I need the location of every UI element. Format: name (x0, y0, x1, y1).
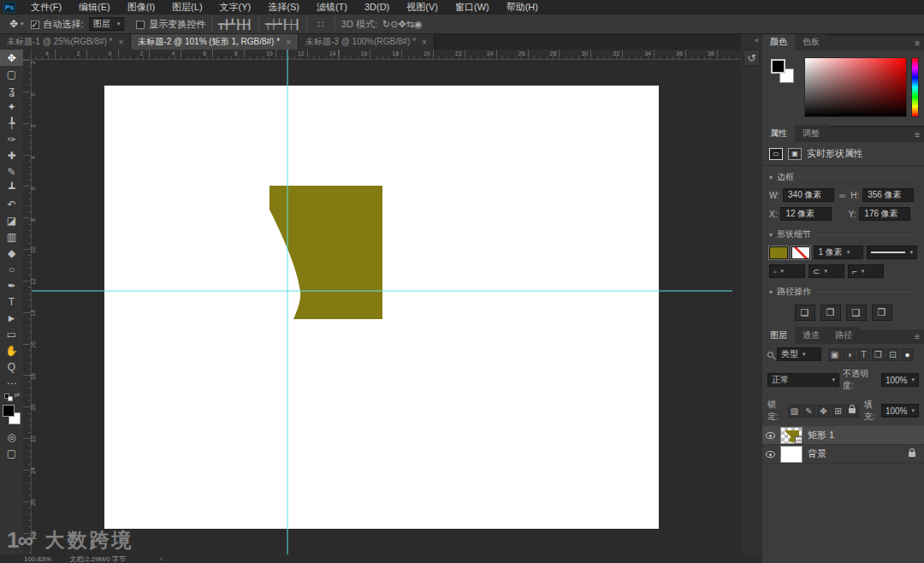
zoom-tool[interactable]: Q (0, 359, 23, 375)
screen-mode-button[interactable]: ▢ (0, 445, 23, 461)
live-shape-properties-icon[interactable]: ▭ (769, 148, 783, 160)
history-panel-icon[interactable]: ↺ (743, 50, 760, 66)
stroke-align-select[interactable]: ▫▾ (769, 264, 805, 278)
canvas-area[interactable]: 4202468101214161820222426283032343638 20… (23, 50, 741, 554)
lock-all-icon[interactable] (846, 405, 859, 418)
3d-scale-icon[interactable]: ◉ (414, 19, 423, 29)
rectangular-marquee-tool[interactable]: ▢ (0, 66, 23, 82)
top-ruler[interactable]: 4202468101214161820222426283032343638 (23, 50, 741, 60)
opacity-field[interactable]: 100% ▾ (881, 373, 919, 387)
filter-smart-objects-icon[interactable]: ⊡ (886, 348, 899, 361)
lock-position-icon[interactable]: ✥ (817, 405, 830, 418)
subtract-front-shape-icon[interactable]: ❐ (820, 305, 841, 321)
close-icon[interactable]: × (119, 38, 124, 47)
tab-channels[interactable]: 通道 (795, 327, 827, 344)
panel-menu-icon[interactable]: ≡ (915, 39, 920, 48)
fill-field[interactable]: 100% ▾ (881, 404, 919, 418)
quick-mask-button[interactable]: ◎ (0, 429, 23, 445)
panel-menu-icon[interactable]: ≡ (915, 332, 920, 341)
brush-tool[interactable]: ✎ (0, 163, 23, 180)
filter-shape-layers-icon[interactable]: ❒ (872, 348, 885, 361)
crop-tool[interactable]: ╄ (0, 115, 23, 131)
filter-adjustment-layers-icon[interactable]: ◑ (843, 348, 856, 361)
auto-align-icon[interactable]: ∷ (313, 19, 329, 30)
section-shape-details[interactable]: ▾ 形状细节 (762, 223, 924, 243)
visibility-eye-icon[interactable] (766, 432, 775, 439)
distribute-bottom-edges-icon[interactable]: ┷ (276, 19, 282, 29)
auto-select-checkbox[interactable]: ✓ (31, 21, 39, 29)
intersect-shapes-icon[interactable]: ❑ (846, 305, 867, 321)
left-ruler[interactable]: 20246810121416182022242628 (23, 60, 32, 554)
foreground-background-colors[interactable] (3, 405, 21, 425)
height-field[interactable]: 356 像素 (862, 188, 914, 202)
lock-artboard-icon[interactable]: ⊞ (832, 405, 844, 418)
zoom-level-field[interactable]: 100.83% (24, 555, 51, 563)
layer-filter-select[interactable]: 类型 ▾ (777, 347, 821, 361)
tab-paths[interactable]: 路径 (827, 327, 860, 344)
tab-layers[interactable]: 图层 (762, 327, 795, 344)
menu-view[interactable]: 视图(V) (398, 0, 447, 15)
doc-tab-1[interactable]: 未标题-1 @ 25%(RGB/8#) *× (0, 34, 131, 50)
hand-tool[interactable]: ✋ (0, 342, 23, 359)
combine-shapes-icon[interactable]: ❏ (795, 305, 815, 321)
tab-color[interactable]: 颜色 (762, 33, 795, 50)
stroke-type-select[interactable]: ▾ (867, 246, 917, 259)
menu-type[interactable]: 文字(Y) (211, 0, 260, 15)
stroke-cap-select[interactable]: ⊂▾ (808, 264, 844, 278)
dodge-tool[interactable]: ○ (0, 261, 23, 277)
color-panel-fg-bg[interactable] (771, 59, 797, 88)
shape-fill-swatch[interactable] (769, 246, 788, 259)
foreground-color-swatch[interactable] (3, 405, 15, 417)
close-icon[interactable]: × (286, 38, 291, 47)
saturation-brightness-field[interactable] (804, 57, 907, 117)
layer-row[interactable]: 背景 (762, 445, 924, 464)
lock-transparency-icon[interactable]: ▨ (788, 405, 801, 418)
y-field[interactable]: 176 像素 (859, 207, 910, 221)
stroke-width-field[interactable]: 1 像素 ▾ (814, 246, 863, 259)
menu-window[interactable]: 窗口(W) (447, 0, 498, 15)
distribute-right-edges-icon[interactable]: ┨ (294, 19, 300, 29)
tab-swatches[interactable]: 色板 (795, 33, 827, 50)
3d-drag-icon[interactable]: ✥ (398, 19, 406, 29)
show-transform-checkbox[interactable] (136, 21, 145, 29)
gradient-tool[interactable]: ▥ (0, 228, 23, 245)
visibility-eye-icon[interactable] (766, 451, 775, 458)
blur-tool[interactable]: ◆ (0, 245, 23, 261)
tab-properties[interactable]: 属性 (762, 125, 795, 142)
menu-help[interactable]: 帮助(H) (498, 0, 547, 15)
shape-stroke-swatch[interactable] (791, 246, 810, 259)
align-right-edges-icon[interactable]: ┫ (246, 19, 252, 29)
doc-tab-2[interactable]: 未标题-2 @ 101% (矩形 1, RGB/8#) *× (131, 34, 299, 50)
3d-slide-icon[interactable]: ⇆ (406, 19, 414, 29)
lock-pixels-icon[interactable]: ✎ (803, 405, 815, 418)
section-path-operations[interactable]: ▾ 路径操作 (762, 281, 924, 300)
layer-row[interactable]: ▭矩形 1 (762, 426, 924, 445)
lasso-tool[interactable]: ʓ (0, 82, 23, 98)
align-top-edges-icon[interactable]: ┳ (218, 19, 224, 29)
collapse-panels-icon[interactable]: « (755, 36, 762, 44)
exclude-overlapping-shapes-icon[interactable]: ❒ (872, 305, 892, 321)
filter-pixel-layers-icon[interactable]: ▣ (828, 348, 841, 361)
path-selection-tool[interactable]: ► (0, 310, 23, 326)
menu-file[interactable]: 文件(F) (22, 0, 70, 15)
doc-tab-3[interactable]: 未标题-3 @ 100%(RGB/8#) *× (299, 34, 435, 50)
spot-healing-brush-tool[interactable]: ✚ (0, 147, 23, 163)
mask-properties-icon[interactable]: ▣ (788, 148, 802, 160)
eyedropper-tool[interactable]: ✑ (0, 131, 23, 147)
panel-menu-icon[interactable]: ≡ (915, 130, 920, 139)
tool-preset-caret-icon[interactable]: ▾ (21, 21, 24, 27)
filter-toggle-icon[interactable]: ● (901, 348, 914, 361)
width-field[interactable]: 340 像素 (783, 188, 834, 202)
move-tool[interactable]: ✥ (0, 50, 23, 66)
auto-select-target-select[interactable]: 图层 ▾ (89, 17, 125, 31)
layer-thumbnail[interactable] (780, 446, 803, 463)
menu-layer[interactable]: 图层(L) (163, 0, 210, 15)
menu-select[interactable]: 选择(S) (259, 0, 308, 15)
menu-image[interactable]: 图像(I) (119, 0, 163, 15)
clone-stamp-tool[interactable]: ┻ (0, 180, 23, 196)
tab-adjustments[interactable]: 调整 (795, 125, 827, 142)
pen-tool[interactable]: ✒ (0, 277, 23, 293)
menu-edit[interactable]: 编辑(E) (70, 0, 119, 15)
edit-toolbar[interactable]: ⋯ (0, 375, 23, 391)
quick-selection-tool[interactable]: ✦ (0, 98, 23, 115)
